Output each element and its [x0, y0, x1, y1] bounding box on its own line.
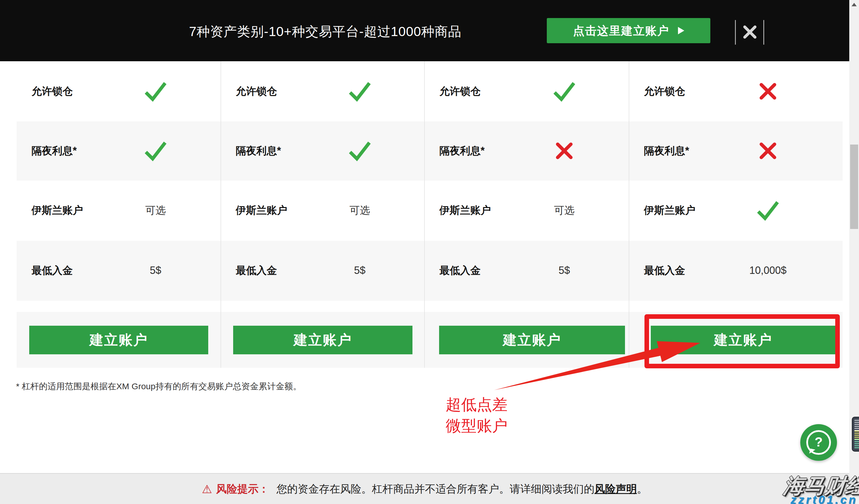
row-label-col2: 最低入金: [236, 264, 277, 278]
topbar-separator-right: [763, 20, 764, 45]
row-label-col3: 伊斯兰账户: [439, 204, 491, 218]
annotation-arrow-icon: [487, 335, 705, 396]
play-arrow-icon: [678, 27, 684, 34]
create-account-button-1[interactable]: 建立账户: [29, 326, 208, 354]
annotation-text-line1: 超低点差: [446, 394, 508, 415]
risk-label: 风险提示：: [216, 482, 269, 496]
risk-statement-link[interactable]: 风险声明: [594, 482, 637, 496]
risk-text: 您的资金存在风险。杠杆商品并不适合所有客户。请详细阅读我们的: [276, 482, 594, 496]
cross-icon: [554, 141, 574, 161]
check-icon: [144, 79, 168, 103]
annotation-text-line2: 微型账户: [446, 415, 508, 437]
topbar-separator-left: [735, 20, 736, 45]
check-icon: [552, 79, 576, 103]
leverage-footnote: * 杠杆的适用范围是根据在XM Group持有的所有交易账户总资金累计金额。: [16, 381, 302, 392]
question-bubble-icon: ?: [806, 430, 831, 455]
cell-value-text: 5$: [150, 265, 161, 277]
cell-value-text: 可选: [554, 204, 575, 218]
cell-value-text: 5$: [559, 265, 570, 277]
column-divider-2: [424, 61, 425, 368]
cell-value-text: 10,000$: [749, 265, 786, 277]
cross-icon: [758, 81, 778, 101]
row-label-col1: 最低入金: [31, 264, 73, 278]
check-icon: [348, 139, 372, 163]
cell-value-text: 5$: [354, 265, 365, 277]
row-label-col4: 隔夜利息*: [644, 144, 689, 158]
warning-triangle-icon: ⚠: [202, 483, 212, 496]
cell-value-text: 可选: [349, 204, 370, 218]
row-label-col2: 允许锁仓: [236, 84, 277, 98]
promo-title: 7种资产类别-10+种交易平台-超过1000种商品: [189, 23, 462, 41]
row-label-col3: 允许锁仓: [439, 84, 481, 98]
check-icon: [348, 79, 372, 103]
row-label-col3: 隔夜利息*: [439, 144, 485, 158]
cta-label: 点击这里建立账户: [573, 23, 669, 38]
watermark-domain: zzrt01.cn: [790, 493, 858, 504]
close-icon: [741, 38, 759, 42]
help-chat-button[interactable]: ?: [800, 424, 837, 461]
create-account-button-2[interactable]: 建立账户: [233, 326, 412, 354]
cell-value-text: 可选: [145, 204, 166, 218]
row-label-col4: 伊斯兰账户: [644, 204, 695, 218]
row-label-col2: 伊斯兰账户: [236, 204, 287, 218]
cross-icon: [758, 141, 778, 161]
check-icon: [756, 198, 780, 222]
risk-warning-bar: ⚠ 风险提示： 您的资金存在风险。杠杆商品并不适合所有客户。请详细阅读我们的 风…: [0, 473, 849, 504]
column-divider-3: [629, 61, 629, 368]
row-label-col1: 隔夜利息*: [31, 144, 77, 158]
risk-text-period: 。: [637, 482, 647, 496]
scrollbar-thumb[interactable]: [850, 144, 858, 229]
check-icon: [144, 139, 168, 163]
column-divider-1: [221, 61, 221, 368]
row-label-col3: 最低入金: [439, 264, 481, 278]
row-label-col1: 伊斯兰账户: [31, 204, 83, 218]
row-label-col2: 隔夜利息*: [236, 144, 281, 158]
watermark-logo: [852, 417, 859, 452]
table-row-band-overnight: [17, 121, 843, 180]
row-label-col4: 最低入金: [644, 264, 685, 278]
scrollbar-up-arrow-icon[interactable]: [852, 3, 857, 6]
row-label-col1: 允许锁仓: [31, 84, 73, 98]
row-label-col4: 允许锁仓: [644, 84, 685, 98]
close-banner-button[interactable]: [741, 23, 759, 41]
promo-topbar: 7种资产类别-10+种交易平台-超过1000种商品 点击这里建立账户: [0, 0, 849, 61]
open-account-cta-button[interactable]: 点击这里建立账户: [547, 18, 710, 43]
table-row-band-min-deposit: [17, 241, 843, 301]
